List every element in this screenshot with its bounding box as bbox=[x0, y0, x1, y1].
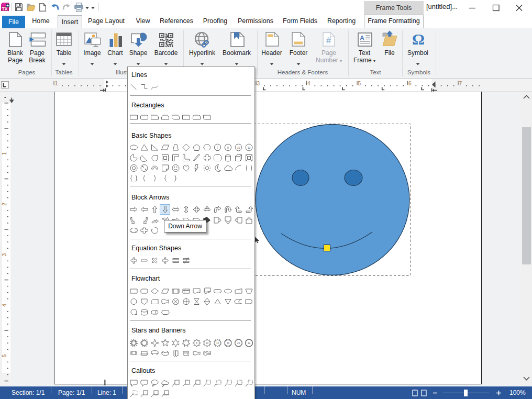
svg-text:8: 8 bbox=[196, 342, 197, 345]
svg-text:12: 12 bbox=[248, 146, 251, 149]
svg-text:24: 24 bbox=[237, 342, 240, 345]
svg-text:10: 10 bbox=[206, 342, 209, 345]
svg-text:7: 7 bbox=[217, 146, 218, 149]
svg-text:4: 4 bbox=[2, 304, 7, 307]
svg-text:5: 5 bbox=[358, 81, 361, 86]
svg-text:4: 4 bbox=[307, 81, 311, 86]
svg-text:5: 5 bbox=[2, 354, 7, 357]
svg-text:Ω: Ω bbox=[412, 31, 425, 47]
svg-text:1: 1 bbox=[55, 81, 58, 86]
svg-text:7: 7 bbox=[459, 81, 462, 86]
svg-text:12: 12 bbox=[216, 342, 219, 345]
svg-text:A: A bbox=[360, 35, 364, 42]
svg-text:10: 10 bbox=[237, 146, 240, 149]
svg-text:3: 3 bbox=[2, 253, 7, 256]
svg-text:8: 8 bbox=[227, 146, 229, 149]
svg-text:16: 16 bbox=[227, 342, 230, 345]
svg-text:TX: TX bbox=[2, 6, 8, 12]
svg-text:6: 6 bbox=[408, 81, 412, 86]
svg-text:#: # bbox=[326, 36, 331, 46]
svg-text:3: 3 bbox=[257, 81, 260, 86]
svg-text:1: 1 bbox=[2, 152, 7, 155]
svg-text:2: 2 bbox=[2, 203, 7, 206]
svg-text:32: 32 bbox=[248, 342, 251, 345]
